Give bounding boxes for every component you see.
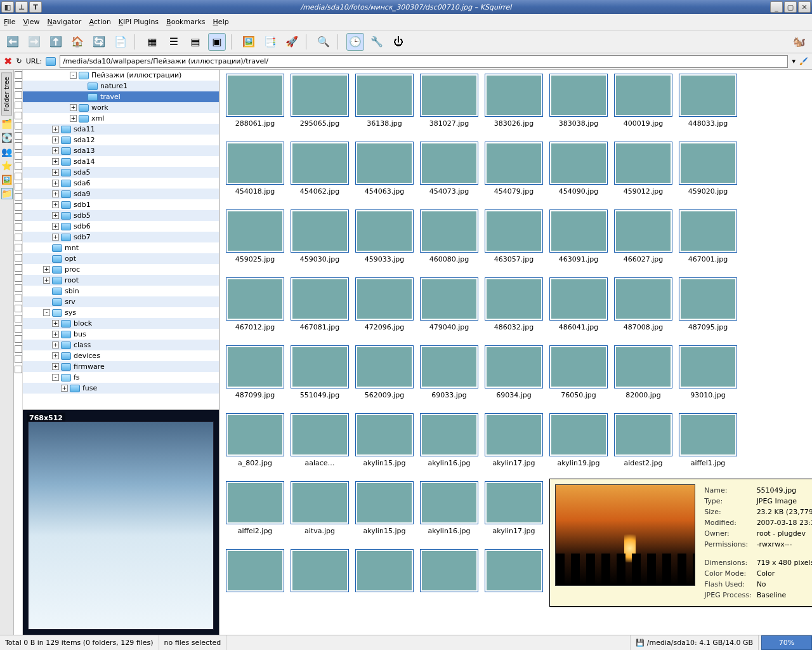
tree-checkbox[interactable] bbox=[15, 295, 22, 302]
expand-icon[interactable]: - bbox=[70, 72, 77, 79]
thumbnail[interactable]: 454079.jpg bbox=[483, 142, 544, 196]
tree-checkbox[interactable] bbox=[15, 264, 22, 272]
tree-checkbox[interactable] bbox=[15, 152, 22, 160]
view-list-icon[interactable]: ☰ bbox=[165, 33, 183, 51]
tree-node-nature1[interactable]: nature1 bbox=[23, 81, 219, 91]
thumbnail[interactable]: 459033.jpg bbox=[354, 209, 415, 263]
thumbnail[interactable]: 472096.jpg bbox=[354, 277, 415, 331]
thumbnail[interactable] bbox=[225, 549, 285, 595]
appmenu-icon[interactable]: ◧ bbox=[1, 1, 14, 13]
up-icon[interactable]: ⬆️ bbox=[47, 33, 65, 51]
tree-checkbox[interactable] bbox=[15, 366, 22, 373]
clear-url-icon[interactable]: ✖ bbox=[4, 55, 12, 67]
menu-file[interactable]: File bbox=[4, 18, 15, 26]
tree-node-fs[interactable]: -fs bbox=[23, 372, 219, 383]
expand-icon[interactable]: + bbox=[52, 352, 59, 359]
thumbnail[interactable]: 69033.jpg bbox=[419, 345, 480, 399]
thumbnail[interactable]: 459030.jpg bbox=[289, 209, 350, 263]
expand-icon[interactable]: - bbox=[52, 374, 59, 381]
tree-checkbox[interactable] bbox=[15, 183, 22, 190]
thumbnail[interactable]: 562009.jpg bbox=[354, 345, 415, 399]
tree-node-class[interactable]: +class bbox=[23, 340, 219, 350]
expand-icon[interactable]: + bbox=[52, 136, 59, 143]
expand-icon[interactable]: + bbox=[52, 342, 59, 348]
thumbnail[interactable]: 454018.jpg bbox=[225, 142, 285, 196]
thumbnail[interactable]: 459012.jpg bbox=[613, 142, 674, 196]
thumbnail[interactable]: 479040.jpg bbox=[419, 277, 480, 331]
expand-icon[interactable]: + bbox=[52, 363, 59, 370]
expand-icon[interactable]: + bbox=[52, 212, 59, 219]
tree-checkbox[interactable] bbox=[15, 173, 22, 180]
tree-node-sda9[interactable]: +sda9 bbox=[23, 189, 219, 199]
maximize-button[interactable]: ▢ bbox=[784, 1, 797, 13]
thumbnail[interactable]: akylin15.jpg bbox=[354, 481, 415, 535]
expand-icon[interactable]: + bbox=[52, 147, 59, 154]
tree-node-proc[interactable]: +proc bbox=[23, 264, 219, 275]
menu-bookmarks[interactable]: Bookmarks bbox=[166, 18, 205, 26]
tree-checkbox[interactable] bbox=[15, 132, 22, 140]
thumbnail[interactable]: 487099.jpg bbox=[225, 345, 285, 399]
newtab-icon[interactable]: 📄 bbox=[112, 33, 129, 51]
side-folder-icon[interactable]: 📁 bbox=[1, 188, 13, 199]
tree-node-sda12[interactable]: +sda12 bbox=[23, 135, 219, 145]
thumbnail[interactable]: 82000.jpg bbox=[613, 345, 674, 399]
thumbnail[interactable]: 76050.jpg bbox=[548, 345, 609, 399]
tree-checkbox[interactable] bbox=[15, 81, 22, 89]
thumbnail[interactable]: 288061.jpg bbox=[225, 74, 285, 128]
thumbnail[interactable]: 69034.jpg bbox=[483, 345, 544, 399]
forward-icon[interactable]: ➡️ bbox=[25, 33, 43, 51]
tree-node-Пейзажи (иллюстрации)[interactable]: -Пейзажи (иллюстрации) bbox=[23, 70, 219, 81]
tree-checkbox[interactable] bbox=[15, 284, 22, 292]
tree-checkbox[interactable] bbox=[15, 244, 22, 251]
thumbnail[interactable]: 486032.jpg bbox=[483, 277, 544, 331]
thumbnail[interactable]: akylin16.jpg bbox=[419, 481, 480, 535]
tree-checkbox[interactable] bbox=[15, 345, 22, 353]
thumbnail[interactable]: 463091.jpg bbox=[548, 209, 609, 263]
thumbnail[interactable]: aitva.jpg bbox=[289, 481, 350, 535]
thumbnail[interactable]: 383038.jpg bbox=[548, 74, 609, 128]
tree-node-sda6[interactable]: +sda6 bbox=[23, 178, 219, 189]
thumbnail[interactable]: 454090.jpg bbox=[548, 142, 609, 196]
ontop-icon[interactable]: T bbox=[29, 1, 42, 13]
view-icons-icon[interactable]: ▦ bbox=[143, 33, 161, 51]
tree-node-sda13[interactable]: +sda13 bbox=[23, 145, 219, 156]
thumbnail[interactable]: 466027.jpg bbox=[613, 209, 674, 263]
expand-icon[interactable]: + bbox=[52, 158, 59, 165]
menu-kipi[interactable]: KIPI Plugins bbox=[119, 18, 159, 26]
thumbnail[interactable]: 381027.jpg bbox=[419, 74, 480, 128]
menu-help[interactable]: Help bbox=[213, 18, 229, 26]
view-thumb-icon[interactable]: ▣ bbox=[208, 33, 226, 51]
thumbnail[interactable]: 454073.jpg bbox=[419, 142, 480, 196]
thumbnail[interactable]: 487095.jpg bbox=[678, 277, 738, 331]
tree-node-fuse[interactable]: +fuse bbox=[23, 383, 219, 394]
thumbnail[interactable]: 551049.jpg bbox=[289, 345, 350, 399]
tree-checkbox[interactable] bbox=[15, 193, 22, 201]
tree-checkbox[interactable] bbox=[15, 234, 22, 241]
copy-icon[interactable]: 📑 bbox=[261, 33, 279, 51]
tree-checkbox[interactable] bbox=[15, 315, 22, 322]
pin-icon[interactable]: ⊥ bbox=[15, 1, 28, 13]
reload-icon[interactable]: 🔄 bbox=[90, 33, 108, 51]
tree-checkbox[interactable] bbox=[15, 213, 22, 221]
expand-icon[interactable]: + bbox=[70, 115, 77, 122]
side-favorites-icon[interactable]: ⭐ bbox=[1, 160, 13, 171]
tree-node-bus[interactable]: +bus bbox=[23, 329, 219, 340]
tree-checkbox[interactable] bbox=[15, 254, 22, 262]
thumbnail[interactable]: 487008.jpg bbox=[613, 277, 674, 331]
wrench-icon[interactable]: 🔧 bbox=[368, 33, 386, 51]
tree-node-sys[interactable]: -sys bbox=[23, 307, 219, 318]
thumbnail[interactable]: 36138.jpg bbox=[354, 74, 415, 128]
view-detail-icon[interactable]: ▤ bbox=[187, 33, 204, 51]
tree-node-devices[interactable]: +devices bbox=[23, 350, 219, 361]
expand-icon[interactable]: + bbox=[52, 169, 59, 176]
expand-icon[interactable]: + bbox=[70, 104, 77, 111]
thumbnail[interactable] bbox=[419, 549, 480, 595]
thumbnail[interactable]: akylin17.jpg bbox=[483, 481, 544, 535]
thumbnail[interactable]: 383026.jpg bbox=[483, 74, 544, 128]
thumbnail[interactable] bbox=[289, 549, 350, 595]
thumbnail[interactable]: aidest2.jpg bbox=[613, 413, 674, 467]
tree-node-xml[interactable]: +xml bbox=[23, 113, 219, 124]
thumbnail[interactable]: 454063.jpg bbox=[354, 142, 415, 196]
thumbnail[interactable]: 93010.jpg bbox=[678, 345, 738, 399]
thumbnail[interactable]: 460080.jpg bbox=[419, 209, 480, 263]
